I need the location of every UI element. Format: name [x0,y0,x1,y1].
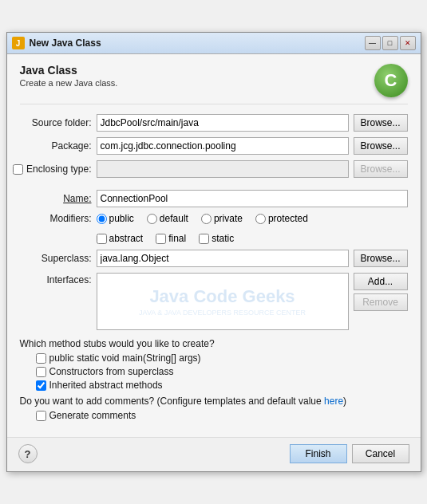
radio-public: public [97,213,134,224]
stub-main-label: public static void main(String[] args) [49,352,201,364]
finish-button[interactable]: Finish [290,444,347,463]
stub-main-checkbox[interactable] [36,353,46,364]
section-title: Java Class [20,64,118,77]
source-folder-label: Source folder: [20,117,92,128]
source-folder-input[interactable] [97,114,349,132]
superclass-input[interactable] [97,250,349,267]
radio-private: private [201,213,243,224]
check-static-label: static [212,233,234,244]
name-label: Name: [20,193,92,204]
comments-section: Do you want to add comments? (Configure … [20,396,408,421]
stub-constructors-checkbox[interactable] [36,367,46,377]
enclosing-type-browse-button[interactable]: Browse... [354,160,408,178]
stub-inherited-label: Inherited abstract methods [49,380,163,391]
package-label: Package: [20,140,92,152]
titlebar-left: J New Java Class [12,37,101,49]
source-folder-browse-button[interactable]: Browse... [354,114,408,132]
window-icon: J [12,37,25,49]
superclass-row: Superclass: Browse... [20,250,408,267]
modifiers-radios-row: Modifiers: public default private [20,213,408,224]
minimize-button[interactable]: — [365,36,381,50]
generate-comments-row: Generate comments [36,410,408,421]
comments-question-suffix: ) [343,396,346,407]
radio-default-label: default [160,213,188,224]
help-button[interactable]: ? [18,444,38,463]
check-abstract: abstract [97,233,144,244]
modifiers-label: Modifiers: [20,213,92,224]
superclass-label: Superclass: [20,253,92,264]
radio-protected-label: protected [268,213,308,224]
modifiers-checkboxes-row: abstract final static [97,233,408,244]
check-final: final [156,233,186,244]
generate-comments-label: Generate comments [49,410,136,421]
radio-private-input[interactable] [201,214,212,224]
interfaces-box[interactable]: Java Code Geeks JAVA & JAVA DEVELOPERS R… [97,273,349,330]
stub-main: public static void main(String[] args) [36,352,408,364]
section-subtitle: Create a new Java class. [20,78,118,88]
radio-private-label: private [214,213,243,224]
enclosing-type-row: Enclosing type: Browse... [20,160,408,178]
package-row: Package: Browse... [20,137,408,155]
name-row: Name: [20,190,408,207]
watermark: Java Code Geeks JAVA & JAVA DEVELOPERS R… [139,285,306,317]
check-abstract-input[interactable] [97,234,107,244]
dialog-footer: ? Finish Cancel [7,437,421,471]
new-java-class-dialog: J New Java Class — □ ✕ Java Class Create… [6,32,421,472]
stub-inherited-checkbox[interactable] [36,380,46,391]
modifiers-section: Modifiers: public default private [20,213,408,244]
comments-here-link[interactable]: here [324,396,343,407]
radio-public-input[interactable] [97,214,107,224]
enclosing-type-checkbox[interactable] [13,164,23,175]
close-button[interactable]: ✕ [400,36,416,50]
window-title: New Java Class [30,37,101,49]
enclosing-type-input[interactable] [97,160,349,178]
interface-buttons: Add... Remove [354,273,408,311]
radio-protected: protected [255,213,308,224]
check-final-label: final [168,233,186,244]
footer-buttons: Finish Cancel [290,444,409,463]
maximize-button[interactable]: □ [382,36,398,50]
comments-question-prefix: Do you want to add comments? (Configure … [20,396,325,407]
java-logo: C [374,64,408,97]
section-header: Java Class Create a new Java class. C [20,64,408,104]
add-interface-button[interactable]: Add... [354,273,408,290]
section-title-area: Java Class Create a new Java class. [20,64,118,88]
modifiers-radio-group: public default private protected [97,213,308,224]
stubs-section: Which method stubs would you like to cre… [20,338,408,391]
package-browse-button[interactable]: Browse... [354,137,408,155]
interfaces-label: Interfaces: [20,273,92,285]
dialog-content: Java Class Create a new Java class. C So… [7,54,421,437]
radio-default: default [147,213,188,224]
check-abstract-label: abstract [109,233,144,244]
radio-protected-input[interactable] [255,214,266,224]
source-folder-row: Source folder: Browse... [20,114,408,132]
stubs-question: Which method stubs would you like to cre… [20,338,408,349]
package-input[interactable] [97,137,349,155]
name-input[interactable] [97,190,408,207]
titlebar: J New Java Class — □ ✕ [7,33,421,54]
generate-comments-checkbox[interactable] [36,411,46,421]
check-static: static [199,233,234,244]
check-final-input[interactable] [156,234,166,244]
radio-default-input[interactable] [147,214,157,224]
radio-public-label: public [109,213,134,224]
interfaces-section: Interfaces: Java Code Geeks JAVA & JAVA … [20,273,408,330]
titlebar-controls: — □ ✕ [365,36,416,50]
enclosing-type-label: Enclosing type: [26,163,91,175]
stub-inherited: Inherited abstract methods [36,380,408,391]
modifiers-check-group: abstract final static [97,233,235,244]
check-static-input[interactable] [199,234,209,244]
stub-constructors-label: Constructors from superclass [49,366,174,377]
comments-question: Do you want to add comments? (Configure … [20,396,408,407]
cancel-button[interactable]: Cancel [352,444,409,463]
stub-constructors: Constructors from superclass [36,366,408,377]
remove-interface-button[interactable]: Remove [354,293,408,311]
superclass-browse-button[interactable]: Browse... [354,250,408,267]
